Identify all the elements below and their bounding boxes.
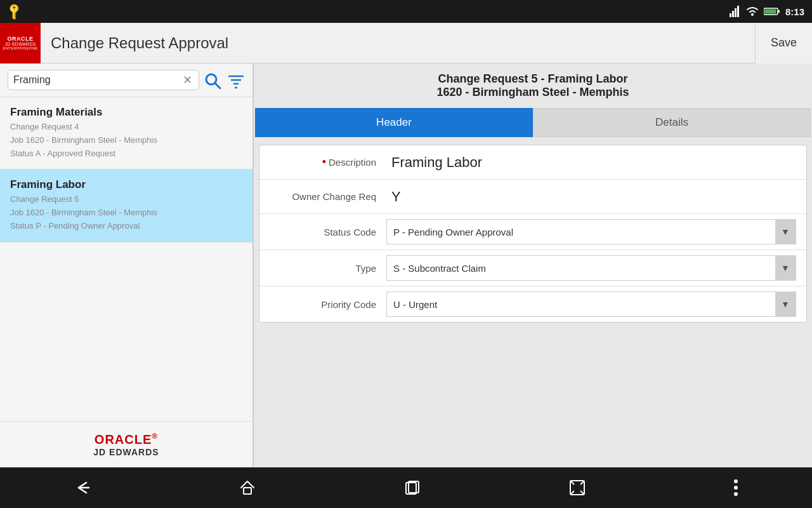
svg-line-20 <box>580 481 584 485</box>
form-row-priority-code: Priority Code U - Urgent ▼ <box>259 286 806 322</box>
form-row-type: Type S - Subcontract Claim ▼ <box>259 250 806 286</box>
search-button[interactable] <box>204 70 222 90</box>
oracle-branding: ORACLE® JD EDWARDS <box>0 421 252 467</box>
description-label: •Description <box>259 156 386 169</box>
svg-line-19 <box>571 481 574 485</box>
tab-details[interactable]: Details <box>533 108 811 137</box>
filter-button[interactable] <box>227 71 245 89</box>
jde-logo-text: JD EDWARDS <box>4 42 36 46</box>
expand-icon <box>568 479 586 497</box>
status-bar-left: 🔑 <box>8 4 22 18</box>
app-title: Change Request Approval <box>41 34 755 52</box>
more-icon <box>733 479 738 497</box>
priority-code-select[interactable]: U - Urgent ▼ <box>386 291 796 317</box>
svg-line-22 <box>580 491 584 494</box>
status-code-select[interactable]: P - Pending Owner Approval ▼ <box>386 219 796 244</box>
app-logo: ORACLE JD EDWARDS ENTERPRISEONE <box>0 23 41 64</box>
type-select[interactable]: S - Subcontract Claim ▼ <box>386 255 796 281</box>
type-value: S - Subcontract Claim <box>387 263 775 274</box>
home-button[interactable] <box>226 474 269 502</box>
wifi-icon <box>746 6 759 17</box>
oracle-brand-logo: ORACLE® <box>10 432 242 447</box>
status-bar: 🔑 8:13 <box>0 0 812 23</box>
priority-code-label: Priority Code <box>259 299 386 310</box>
search-input[interactable] <box>13 74 181 86</box>
svg-rect-1 <box>732 11 734 17</box>
tab-details-label: Details <box>655 116 688 129</box>
more-button[interactable] <box>721 474 751 502</box>
svg-line-9 <box>215 83 220 88</box>
enterprise-logo-text: ENTERPRISEONE <box>3 46 37 50</box>
form-row-owner-change-req: Owner Change Req Y <box>259 180 806 214</box>
svg-rect-6 <box>778 10 780 13</box>
svg-rect-0 <box>730 13 731 17</box>
left-panel: ✕ Framing Materials <box>0 64 254 467</box>
status-code-arrow: ▼ <box>775 219 796 244</box>
form-row-description: •Description Framing Labor <box>259 145 806 180</box>
app-bar: ORACLE JD EDWARDS ENTERPRISEONE Change R… <box>0 23 812 64</box>
list-item-title: Framing Labor <box>10 178 242 191</box>
status-bar-right: 8:13 <box>730 6 804 17</box>
svg-rect-2 <box>735 8 737 17</box>
list-item-framing-labor[interactable]: Framing Labor Change Request 5 Job 1620 … <box>0 170 252 242</box>
owner-change-req-value[interactable]: Y <box>386 186 806 208</box>
clear-search-button[interactable]: ✕ <box>181 73 193 87</box>
recent-icon <box>403 479 421 497</box>
panel-title-line1: Change Request 5 - Framing Labor <box>438 72 627 85</box>
back-icon <box>74 479 91 497</box>
list-item-subtitle: Change Request 4 Job 1620 - Birmingham S… <box>10 121 242 160</box>
search-icon <box>204 72 222 90</box>
recent-button[interactable] <box>391 474 434 502</box>
status-code-value: P - Pending Owner Approval <box>387 227 775 237</box>
time-display: 8:13 <box>785 6 804 17</box>
tab-header-label: Header <box>376 116 412 129</box>
bottom-nav <box>0 467 812 508</box>
back-button[interactable] <box>61 474 104 502</box>
priority-code-arrow: ▼ <box>775 291 796 317</box>
list-item-subtitle: Change Request 5 Job 1620 - Birmingham S… <box>10 193 242 232</box>
priority-code-value: U - Urgent <box>387 299 775 310</box>
owner-change-req-label: Owner Change Req <box>259 191 386 202</box>
tab-header[interactable]: Header <box>255 108 533 137</box>
svg-rect-7 <box>764 10 776 14</box>
search-bar: ✕ <box>0 64 252 97</box>
svg-rect-15 <box>244 488 251 494</box>
search-input-wrapper: ✕ <box>8 70 199 90</box>
right-panel: Change Request 5 - Framing Labor 1620 - … <box>254 64 812 467</box>
filter-icon <box>227 74 245 89</box>
svg-point-23 <box>734 479 738 483</box>
battery-icon <box>764 7 780 16</box>
list-item-framing-materials[interactable]: Framing Materials Change Request 4 Job 1… <box>0 97 252 170</box>
list-item-title: Framing Materials <box>10 106 242 119</box>
signal-icon <box>730 6 741 17</box>
list-items: Framing Materials Change Request 4 Job 1… <box>0 97 252 421</box>
description-value[interactable]: Framing Labor <box>386 152 806 173</box>
status-code-label: Status Code <box>259 227 386 237</box>
panel-title: Change Request 5 - Framing Labor 1620 - … <box>254 64 812 108</box>
panel-title-line2: 1620 - Birmingham Steel - Memphis <box>436 86 629 98</box>
form-row-status-code: Status Code P - Pending Owner Approval ▼ <box>259 214 806 250</box>
home-icon <box>239 479 256 497</box>
svg-point-25 <box>734 492 738 496</box>
expand-button[interactable] <box>556 474 599 502</box>
main-content: ✕ Framing Materials <box>0 64 812 467</box>
key-icon: 🔑 <box>4 1 24 21</box>
type-label: Type <box>259 263 386 274</box>
svg-rect-3 <box>737 6 739 17</box>
svg-point-24 <box>734 486 738 490</box>
save-button[interactable]: Save <box>755 23 812 64</box>
oracle-logo-text: ORACLE <box>8 36 34 42</box>
svg-line-21 <box>571 491 574 494</box>
tab-bar: Header Details <box>255 108 811 137</box>
jde-brand-logo: JD EDWARDS <box>10 447 242 457</box>
form-container: •Description Framing Labor Owner Change … <box>259 145 807 323</box>
type-arrow: ▼ <box>775 255 796 281</box>
required-indicator: • <box>322 156 326 169</box>
svg-point-4 <box>751 13 754 16</box>
